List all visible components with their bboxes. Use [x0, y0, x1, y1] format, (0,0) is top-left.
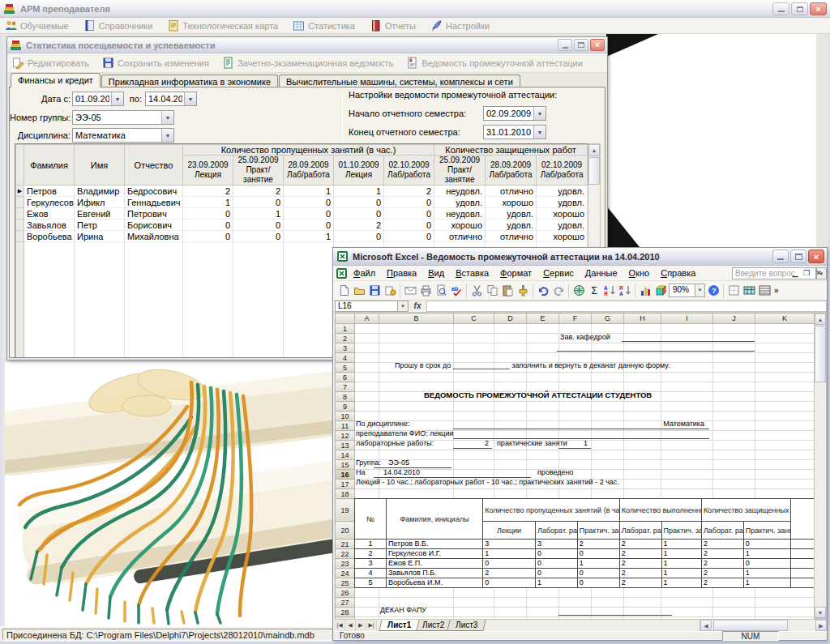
cell[interactable]: удовл. — [537, 197, 588, 208]
menu-правка[interactable]: Правка — [381, 267, 422, 279]
column-header[interactable]: 23.09.2009Лекция — [183, 156, 233, 186]
print-icon[interactable] — [418, 284, 433, 298]
cell[interactable]: 0 — [384, 220, 434, 231]
date-to-combo[interactable]: 14.04.2010▼ — [145, 92, 197, 106]
row-header-7[interactable]: 7 — [336, 382, 355, 392]
row-header-18[interactable]: 18 — [336, 489, 355, 499]
merge-center-icon[interactable] — [742, 284, 756, 298]
spelling-icon[interactable]: ab — [449, 284, 464, 298]
menu-окно[interactable]: Окно — [623, 267, 656, 279]
select-all-corner[interactable] — [336, 313, 355, 324]
zoom-box[interactable]: 90%▼ — [669, 284, 705, 297]
next-sheet-icon[interactable]: ▶ — [356, 620, 366, 631]
sheet-tab-1[interactable]: Лист1 — [379, 620, 420, 631]
autosum-icon[interactable]: Σ — [587, 284, 601, 298]
cell[interactable]: Евгений — [75, 208, 125, 220]
close-icon[interactable]: × — [808, 249, 824, 263]
cell[interactable]: 0 — [183, 208, 233, 220]
permission-icon[interactable] — [383, 284, 397, 298]
copy-icon[interactable] — [485, 284, 499, 298]
paste-icon[interactable] — [500, 284, 515, 298]
row-header-21[interactable]: 21 — [336, 540, 355, 549]
scroll-up-icon[interactable]: ▲ — [815, 313, 826, 325]
last-sheet-icon[interactable]: ▶| — [366, 620, 377, 631]
row-header-23[interactable]: 23 — [336, 559, 355, 569]
sheet-tab-3[interactable]: Лист3 — [447, 620, 487, 631]
cell[interactable]: отлично — [486, 231, 537, 242]
cell[interactable]: 1 — [284, 186, 334, 197]
close-icon[interactable]: × — [590, 39, 605, 51]
close-workbook-icon[interactable]: ✕ — [813, 268, 824, 279]
column-header-E[interactable]: E — [527, 313, 559, 324]
spreadsheet-grid[interactable]: ABCDEFGHIJK12345678910111213141516171819… — [335, 313, 814, 619]
toolbar-options-icon[interactable]: » — [774, 286, 779, 295]
cell[interactable]: 0 — [384, 208, 434, 220]
cell[interactable]: Петров — [24, 186, 75, 197]
toolbar-item-save-changes[interactable]: Сохранить изменения — [102, 57, 209, 69]
cell[interactable]: 2 — [233, 186, 284, 197]
minimize-icon[interactable] — [772, 249, 789, 263]
toolbar-item-edit[interactable]: Редактировать — [12, 57, 89, 69]
menu-вставка[interactable]: Вставка — [450, 267, 494, 279]
formula-input[interactable] — [426, 301, 827, 312]
row-header-1[interactable]: 1 — [336, 324, 355, 334]
column-header[interactable]: 01.10.2009Лекция — [334, 156, 384, 186]
cell[interactable]: отлично — [434, 231, 486, 242]
cell[interactable]: хорошо — [434, 220, 486, 231]
menu-вид[interactable]: Вид — [422, 267, 450, 279]
restore-workbook-icon[interactable]: ❒ — [801, 268, 812, 279]
cell[interactable]: хорошо — [537, 208, 588, 220]
table-row[interactable]: ГеркулесовИфиклГеннадьевич10000удовл.хор… — [16, 197, 588, 208]
cell[interactable]: 0 — [334, 231, 384, 242]
close-icon[interactable]: × — [810, 2, 827, 15]
cell[interactable]: удовл. — [486, 220, 537, 231]
cell[interactable]: 0 — [183, 231, 233, 242]
table-row[interactable]: ▶ПетровВладимирБедросович22112неудовл.от… — [16, 186, 588, 197]
column-header-J[interactable]: J — [713, 313, 755, 324]
row-header-24[interactable]: 24 — [336, 569, 355, 578]
minimize-workbook-icon[interactable]: ▁ — [789, 268, 801, 279]
prev-sheet-icon[interactable]: ◀ — [345, 620, 356, 631]
row-header-17[interactable]: 17 — [336, 480, 355, 489]
cell[interactable]: 0 — [284, 197, 334, 208]
print-preview-icon[interactable] — [434, 284, 448, 298]
cell[interactable]: Владимир — [75, 186, 125, 197]
cell[interactable]: Геннадьевич — [125, 197, 183, 208]
cell[interactable]: Ежов — [24, 208, 75, 220]
drawing-icon[interactable] — [653, 284, 668, 298]
column-header-D[interactable]: D — [494, 313, 527, 324]
row-header-15[interactable]: 15 — [336, 460, 355, 470]
group-combo[interactable]: ЭЭ-05▼ — [72, 110, 174, 125]
row-header-4[interactable]: 4 — [336, 353, 355, 363]
row-header-5[interactable]: 5 — [336, 363, 355, 373]
cut-icon[interactable] — [469, 284, 484, 298]
maximize-icon[interactable] — [791, 2, 808, 15]
menu-файл[interactable]: Файл — [348, 267, 381, 279]
cell[interactable]: отлично — [486, 186, 537, 197]
table-row[interactable]: ВоробьеваИринаМихайловна00100отличноотли… — [16, 231, 588, 242]
first-sheet-icon[interactable]: |◀ — [335, 620, 345, 631]
toolbar-item-interim-sheet[interactable]: Ведомость промежуточной аттестации — [406, 57, 582, 69]
name-box[interactable]: L16 — [335, 301, 398, 312]
toolbar-item-settings[interactable]: Настройки — [430, 19, 490, 32]
cell[interactable]: Ификл — [75, 197, 125, 208]
sem-start-combo[interactable]: 02.09.2009▼ — [483, 106, 546, 121]
help-icon[interactable]: ? — [706, 284, 721, 298]
column-header-G[interactable]: G — [592, 313, 624, 324]
column-header[interactable]: 28.09.2009Лаб/работа — [284, 156, 334, 186]
scroll-thumb[interactable] — [588, 157, 600, 185]
cell[interactable]: Бедросович — [125, 186, 183, 197]
cell[interactable]: удовл. — [486, 208, 537, 220]
column-header-I[interactable]: I — [661, 313, 713, 324]
cell[interactable]: 2 — [183, 186, 233, 197]
sort-desc-icon[interactable]: ЯА — [618, 284, 632, 298]
cell[interactable]: неудовл. — [434, 208, 486, 220]
column-header-A[interactable]: A — [355, 313, 379, 324]
cell[interactable]: 0 — [233, 220, 284, 231]
chart-wizard-icon[interactable] — [638, 284, 652, 298]
row-header-25[interactable]: 25 — [336, 578, 355, 588]
open-icon[interactable] — [352, 284, 366, 298]
column-header-H[interactable]: H — [624, 313, 661, 324]
row-header-19[interactable]: 19 — [336, 499, 355, 522]
cell[interactable]: 0 — [384, 197, 434, 208]
